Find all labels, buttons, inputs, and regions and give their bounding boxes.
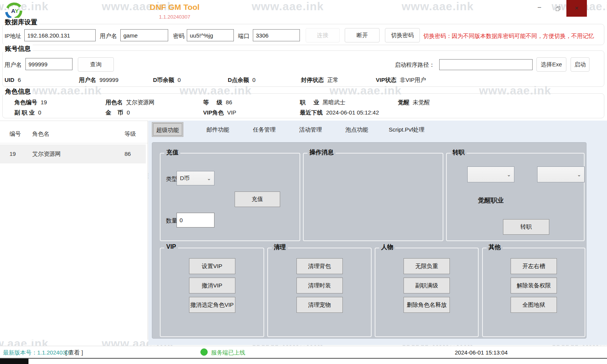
roster-header-cell: 等级 [125,130,136,138]
select-exe-button[interactable]: 选择Exe [536,57,566,72]
recharge-group-title: 充值 [164,149,180,157]
vip-group: VIP 设置VIP撤消VIP撤消选定角色VIP [160,248,264,337]
account-field-value: 非VIP用户 [400,77,426,83]
chevron-down-icon: ⌄ [207,176,211,181]
recharge-group: 充值 类型 D币 ⌄ 充值 数量 [160,153,300,241]
job-change-group: 转职 ⌄ ⌄ 觉醒职业 转职 [446,153,585,241]
db-user-input[interactable] [120,29,168,41]
account-field-value: 正常 [327,77,339,83]
recharge-type-value: D币 [180,175,190,182]
other-group: 其他 开左右槽解除装备权限全图地狱 [482,248,585,337]
restore-button[interactable] [552,4,564,14]
view-link[interactable]: [ 查看 ] [65,349,83,356]
character-field-label: 最近下线 [300,109,323,116]
character-field: 用色名艾尔资源网 [106,99,155,106]
clean-button-0[interactable]: 清理背包 [296,258,343,274]
connect-button[interactable]: 连接 [306,28,340,42]
app-window: www.aae.inkwww.aae.inkwww.aae.inkwww.aae… [0,0,607,364]
titlebar: A Y DNF GM Tool 1.1.20240307 – × [0,0,607,21]
tab-super-functions[interactable]: 超级功能 [152,122,183,137]
account-field: D点余额0 [228,77,255,84]
character-field: 金 币0 [106,109,130,116]
account-username-input[interactable] [25,58,73,70]
job-select-2[interactable]: ⌄ [537,166,585,182]
recharge-button[interactable]: 充值 [235,191,280,207]
clean-group-title: 清理 [272,243,288,251]
tab-activity-manage[interactable]: 活动管理 [287,122,334,137]
other-button-0[interactable]: 开左右槽 [511,258,557,274]
ip-input[interactable] [24,29,96,41]
clean-button-2[interactable]: 清理宠物 [296,297,343,313]
character-field-value: VIP [227,109,236,116]
recharge-amount-input[interactable] [177,213,214,228]
tab-mail-functions[interactable]: 邮件功能 [195,122,241,137]
character-field-label: 金 币 [106,109,123,116]
recharge-amount-label: 数量 [166,217,177,224]
roster-header-cell: 角色名 [32,130,49,138]
super-functions-panel: 充值 类型 D币 ⌄ 充值 数量 操作消息 转职 ⌄ [152,142,587,339]
account-field-label: D点余额 [228,77,249,83]
clean-button-1[interactable]: 清理时装 [296,278,343,293]
account-field-label: D币余额 [153,77,174,83]
job-select-1[interactable]: ⌄ [467,166,514,182]
recharge-type-label: 类型 [166,176,177,183]
job-change-button[interactable]: 转职 [503,219,549,235]
switch-password-button[interactable]: 切换密码 [385,28,420,42]
character-field: 副 职 业0 [14,109,41,116]
launch-path-input[interactable] [439,59,533,70]
vip-button-1[interactable]: 撤消VIP [189,278,235,293]
character-field-label: 用色名 [106,99,123,105]
tab-task-manage[interactable]: 任务管理 [241,122,287,137]
close-button[interactable]: × [566,0,587,17]
vip-button-0[interactable]: 设置VIP [189,258,235,274]
operation-messages-title: 操作消息 [307,149,336,157]
tab-paodian-functions[interactable]: 泡点功能 [334,122,380,137]
character-field-value: 未觉醒 [413,99,430,105]
account-username-label: 用户名 [5,61,22,69]
roster-row[interactable]: 19艾尔资源网86 [0,144,146,163]
character-field-label: VIP角色 [203,109,224,116]
character-roster-table: 编号角色名等级 19艾尔资源网86 [0,121,148,340]
server-status-text: 服务端已上线 [211,349,245,356]
launch-path-label: 启动程序路径： [395,61,435,69]
roster-cell: 86 [125,151,131,157]
db-port-label: 端口 [238,33,249,40]
chevron-down-icon: ⌄ [507,172,511,177]
character-field-label: 副 职 业 [14,109,35,116]
job-change-title: 转职 [451,149,467,157]
character-field: VIP角色VIP [203,109,236,116]
recharge-type-select[interactable]: D币 ⌄ [177,171,214,185]
minimize-button[interactable]: – [534,4,545,14]
person-group: 人物 无限负重副职满级删除角色名释放 [375,248,479,337]
account-info-title: 账号信息 [3,44,33,53]
statusbar-time: 2024-06-01 15:13:04 [455,349,508,356]
db-port-input[interactable] [253,29,300,41]
taskbar-corner [0,359,28,364]
statusbar: 最新版本号：1.1.20240307 [ 查看 ] 服务端已上线 2024-06… [0,346,607,358]
roster-cell: 19 [9,151,16,157]
query-button[interactable]: 查询 [78,57,114,72]
switch-password-hint: 切换密码：因为不同版本数据库密码可能不同，方便切换，不用记忆 [423,33,594,40]
vip-group-title: VIP [164,243,178,250]
roster-header: 编号角色名等级 [0,121,148,143]
db-password-input[interactable] [187,29,234,41]
db-user-label: 用户名 [100,33,117,40]
launch-button[interactable]: 启动 [571,57,590,72]
account-field-value: 0 [252,77,255,83]
character-field: 觉醒未觉醒 [398,99,430,106]
character-field-value: 0 [38,109,41,116]
person-group-title: 人物 [379,243,395,251]
other-button-2[interactable]: 全图地狱 [511,297,557,313]
tab-script-pvf[interactable]: Script.Pvf处理 [380,122,433,137]
window-bottom-edge [0,358,607,359]
person-button-1[interactable]: 副职满级 [404,278,450,293]
title-block: DNF GM Tool 1.1.20240307 [0,3,349,20]
person-button-0[interactable]: 无限负重 [404,258,450,274]
person-button-2[interactable]: 删除角色名释放 [404,297,450,313]
disconnect-button[interactable]: 断开 [345,28,380,42]
roster-cell: 艾尔资源网 [32,151,61,158]
vip-button-2[interactable]: 撤消选定角色VIP [189,297,235,313]
server-status-dot-icon [200,348,208,356]
other-button-1[interactable]: 解除装备权限 [511,278,557,293]
account-field-label: VIP状态 [376,77,396,83]
